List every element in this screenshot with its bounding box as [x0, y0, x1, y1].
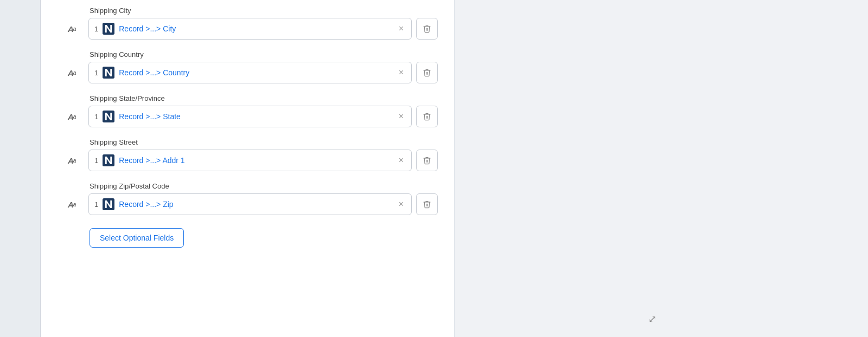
field-row-shipping-country: Aa 1 Record >...> Country × — [68, 62, 438, 83]
delete-button-shipping-country[interactable] — [416, 62, 438, 83]
input-path-shipping-country: Record >...> Country — [119, 68, 392, 77]
trash-icon-shipping-state — [423, 112, 431, 121]
main-panel: Shipping City Aa 1 Record >...> City × — [41, 0, 455, 337]
clear-button-shipping-zip[interactable]: × — [397, 199, 406, 210]
right-panel: ⤢ — [455, 0, 868, 337]
input-path-shipping-zip: Record >...> Zip — [119, 200, 392, 209]
field-label-shipping-city: Shipping City — [68, 7, 438, 15]
field-group-shipping-country: Shipping Country Aa 1 Record >...> Count… — [41, 44, 454, 88]
input-path-shipping-city: Record >...> City — [119, 24, 392, 33]
clear-button-shipping-street[interactable]: × — [397, 155, 406, 166]
field-row-shipping-street: Aa 1 Record >...> Addr 1 × — [68, 150, 438, 171]
field-input-shipping-city[interactable]: 1 Record >...> City × — [88, 18, 412, 40]
field-row-shipping-state: Aa 1 Record >...> State × — [68, 106, 438, 127]
field-group-shipping-zip: Shipping Zip/Postal Code Aa 1 Record >..… — [41, 176, 454, 219]
expand-icon[interactable]: ⤢ — [648, 313, 656, 325]
left-gutter — [0, 0, 41, 337]
field-input-shipping-country[interactable]: 1 Record >...> Country × — [88, 62, 412, 83]
field-group-shipping-city: Shipping City Aa 1 Record >...> City × — [41, 0, 454, 44]
notion-icon-shipping-zip — [103, 198, 114, 210]
clear-button-shipping-city[interactable]: × — [397, 23, 406, 34]
type-icon-shipping-country: Aa — [68, 68, 84, 77]
notion-icon-shipping-state — [103, 111, 114, 122]
notion-icon-shipping-street — [103, 154, 114, 166]
input-path-shipping-street: Record >...> Addr 1 — [119, 156, 392, 165]
field-label-shipping-country: Shipping Country — [68, 50, 438, 59]
field-group-shipping-state: Shipping State/Province Aa 1 Record >...… — [41, 88, 454, 132]
type-icon-shipping-street: Aa — [68, 156, 84, 165]
type-icon-shipping-zip: Aa — [68, 200, 84, 209]
type-icon-shipping-state: Aa — [68, 112, 84, 121]
input-number-shipping-state: 1 — [94, 113, 98, 121]
clear-button-shipping-state[interactable]: × — [397, 111, 406, 122]
field-row-shipping-city: Aa 1 Record >...> City × — [68, 18, 438, 40]
input-number-shipping-street: 1 — [94, 157, 98, 165]
field-group-shipping-street: Shipping Street Aa 1 Record >...> Addr 1… — [41, 132, 454, 176]
delete-button-shipping-zip[interactable] — [416, 193, 438, 215]
input-number-shipping-country: 1 — [94, 69, 98, 77]
input-path-shipping-state: Record >...> State — [119, 112, 392, 121]
notion-icon-shipping-country — [103, 67, 114, 79]
type-icon-shipping-city: Aa — [68, 24, 84, 34]
delete-button-shipping-city[interactable] — [416, 18, 438, 40]
delete-button-shipping-street[interactable] — [416, 150, 438, 171]
field-row-shipping-zip: Aa 1 Record >...> Zip × — [68, 193, 438, 215]
trash-icon-shipping-city — [423, 24, 431, 33]
input-number-shipping-zip: 1 — [94, 200, 98, 209]
trash-icon-shipping-country — [423, 68, 431, 77]
field-label-shipping-street: Shipping Street — [68, 138, 438, 146]
field-input-shipping-state[interactable]: 1 Record >...> State × — [88, 106, 412, 127]
notion-icon-shipping-city — [103, 23, 114, 35]
field-input-shipping-street[interactable]: 1 Record >...> Addr 1 × — [88, 150, 412, 171]
field-label-shipping-state: Shipping State/Province — [68, 94, 438, 102]
field-label-shipping-zip: Shipping Zip/Postal Code — [68, 182, 438, 190]
trash-icon-shipping-street — [423, 156, 431, 165]
select-optional-fields-button[interactable]: Select Optional Fields — [90, 228, 184, 248]
delete-button-shipping-state[interactable] — [416, 106, 438, 127]
field-input-shipping-zip[interactable]: 1 Record >...> Zip × — [88, 193, 412, 215]
input-number-shipping-city: 1 — [94, 25, 98, 33]
clear-button-shipping-country[interactable]: × — [397, 67, 406, 78]
trash-icon-shipping-zip — [423, 200, 431, 209]
